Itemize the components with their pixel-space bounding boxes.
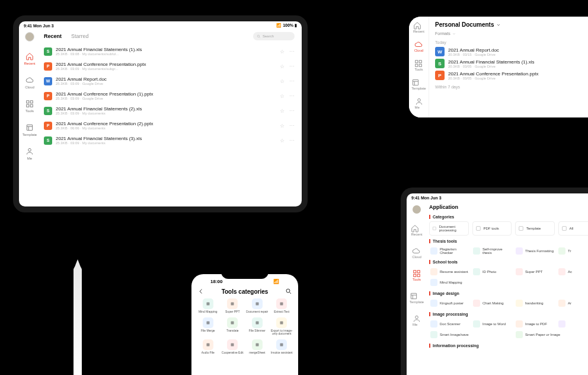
tool-icon — [227, 339, 238, 350]
file-meta: 25.3KB · 03:09 · My documents — [56, 112, 276, 115]
sidebar-item-template[interactable]: Template — [411, 78, 426, 90]
file-row[interactable]: P 2021 Annual Conference Presentation.pp… — [435, 71, 587, 80]
app-tr[interactable]: Tr — [557, 246, 588, 256]
app-plagiarism-checker[interactable]: Plagiarism Checker — [429, 246, 469, 256]
avatar[interactable] — [25, 32, 34, 42]
search-icon[interactable] — [285, 288, 292, 295]
app-kingsoft-poster[interactable]: Kingsoft poster — [429, 298, 469, 309]
more-icon[interactable]: ⋯ — [289, 93, 295, 99]
file-meta: 25.3KB · 03:09 · My documents/subgr... — [56, 67, 276, 71]
star-icon[interactable]: ☆ — [280, 108, 285, 114]
app-handwriting[interactable]: handwriting — [514, 298, 555, 309]
file-name: 2021 Annual Conference Presentation.pptx — [56, 62, 276, 67]
star-icon[interactable]: ☆ — [280, 78, 285, 84]
file-row[interactable]: P 2021 Annual Conference Presentation (1… — [44, 90, 295, 102]
tool-document-repair[interactable]: Document repair — [245, 298, 269, 314]
app-self-improve-thesis[interactable]: Self-improve thesis — [472, 246, 512, 256]
sidebar: Recent Cloud Tools Template Me — [19, 30, 40, 206]
star-icon[interactable]: ☆ — [280, 123, 285, 129]
app-ac[interactable]: Ac — [557, 266, 588, 277]
app-resume-assistant[interactable]: Resume assistant — [429, 266, 469, 277]
file-row[interactable]: S 2021 Annual Financial Statements (1).x… — [435, 59, 587, 68]
app-image-to-pdf[interactable]: Image to PDF — [514, 319, 555, 329]
more-icon[interactable]: ⋯ — [289, 63, 295, 69]
file-row[interactable]: W 2021 Annual Report.doc 20.3KB · 03/15 … — [435, 47, 587, 56]
ppt-file-icon: P — [44, 122, 52, 130]
app-super-ppt[interactable]: Super PPT — [514, 266, 555, 277]
svg-rect-33 — [417, 271, 420, 273]
file-row[interactable]: W 2021 Annual Report.doc 25.3KB · 03:09 … — [44, 75, 295, 87]
sidebar-item-recent[interactable]: Recent — [411, 224, 422, 236]
star-icon[interactable]: ☆ — [280, 138, 285, 144]
file-row[interactable]: P 2021 Annual Conference Presentation (2… — [44, 119, 295, 132]
app-smart-paper-or-image[interactable]: Smart Paper or Image — [514, 329, 588, 340]
app-doc-scanner[interactable]: Doc Scanner — [429, 319, 469, 329]
tab-recent[interactable]: Recent — [44, 33, 62, 39]
tool-audio-file[interactable]: Audio File — [196, 339, 220, 355]
file-row[interactable]: S 2021 Annual Financial Statements (3).x… — [44, 134, 295, 147]
star-icon[interactable]: ☆ — [280, 63, 285, 69]
tool-file-slimmer[interactable]: File Slimmer — [245, 317, 269, 336]
more-icon[interactable]: ⋯ — [289, 49, 295, 55]
svg-rect-12 — [416, 64, 418, 66]
sidebar-item-cloud[interactable]: Cloud — [414, 40, 424, 52]
home-icon — [411, 224, 419, 233]
app-smart-image-save[interactable]: Smart Image/save — [429, 329, 512, 340]
tool-super-ppt[interactable]: Super PPT — [221, 298, 245, 314]
more-icon[interactable]: ⋯ — [289, 108, 295, 114]
tool-cooperative-edit[interactable]: Cooperative Edit — [221, 339, 245, 355]
tool-file-merge[interactable]: File Merge — [196, 317, 220, 336]
file-row[interactable]: S 2021 Annual Financial Statements (2).x… — [44, 104, 295, 117]
tool-export-to-image-only-document[interactable]: Export to image-only document — [270, 317, 294, 336]
sidebar-item-tools[interactable]: Tools — [413, 269, 421, 281]
sidebar-item-tools[interactable]: Tools — [414, 59, 423, 71]
tool-invoice-assistant[interactable]: Invoice assistant — [270, 339, 294, 355]
back-icon[interactable] — [197, 288, 204, 295]
sidebar-item-recent[interactable]: Recent — [413, 21, 424, 33]
file-row[interactable]: S 2021 Annual Financial Statements (1).x… — [44, 45, 295, 58]
sidebar-item-me[interactable]: Me — [25, 147, 34, 160]
formats-filter[interactable]: Formats — [435, 31, 587, 36]
app-item[interactable] — [557, 319, 588, 329]
sidebar-item-tools[interactable]: Tools — [25, 100, 34, 113]
search-icon — [257, 34, 261, 39]
category-template[interactable]: Template — [515, 221, 555, 236]
tool-mind-mapping[interactable]: Mind Mapping — [196, 298, 220, 314]
sidebar-item-template[interactable]: Template — [23, 123, 37, 136]
category-all[interactable]: All — [558, 221, 589, 236]
svg-rect-35 — [417, 274, 420, 277]
star-icon[interactable]: ☆ — [280, 49, 285, 55]
tool-label: Document repair — [246, 310, 268, 314]
app-mind-mapping[interactable]: Mind Mapping — [429, 277, 588, 288]
avatar[interactable] — [413, 205, 421, 214]
more-icon[interactable]: ⋯ — [289, 78, 295, 84]
tab-starred[interactable]: Starred — [71, 33, 89, 39]
search-input[interactable]: Search — [253, 32, 295, 40]
sidebar-item-me[interactable]: Me — [413, 314, 421, 326]
category-pdf-tools[interactable]: PDF tools — [472, 221, 512, 236]
sidebar-item-cloud[interactable]: Cloud — [412, 247, 421, 259]
apple-pencil — [74, 266, 82, 375]
tool-extract-text[interactable]: Extract Text — [270, 298, 294, 314]
more-icon[interactable]: ⋯ — [289, 138, 295, 144]
app-id-photo[interactable]: ID Photo — [472, 266, 512, 277]
category-document-processing[interactable]: Document processing — [429, 221, 469, 236]
app-thesis-formatting[interactable]: Thesis Formatting — [514, 246, 555, 256]
tool-translate[interactable]: Translate — [221, 317, 245, 336]
star-icon[interactable]: ☆ — [280, 93, 285, 99]
page-title: Application — [429, 204, 588, 210]
sidebar-item-cloud[interactable]: Cloud — [25, 76, 34, 89]
sidebar-item-me[interactable]: Me — [415, 97, 423, 109]
tool-grid: Mind Mapping Super PPT Document repair E… — [196, 298, 293, 354]
app-chart-making[interactable]: Chart Making — [472, 298, 512, 309]
file-row[interactable]: P 2021 Annual Conference Presentation.pp… — [44, 60, 295, 72]
sidebar-item-template[interactable]: Template — [410, 292, 424, 304]
sidebar-item-recent[interactable]: Recent — [24, 52, 35, 65]
app-image-to-word[interactable]: Image to Word — [472, 319, 512, 329]
tool-icon — [203, 339, 213, 350]
folder-title[interactable]: Personal Documents — [435, 21, 587, 28]
tool-mergesheet[interactable]: mergeSheet — [245, 339, 269, 355]
more-icon[interactable]: ⋯ — [289, 123, 295, 129]
app-icon — [430, 320, 437, 328]
app-ar[interactable]: Ar — [557, 298, 588, 309]
